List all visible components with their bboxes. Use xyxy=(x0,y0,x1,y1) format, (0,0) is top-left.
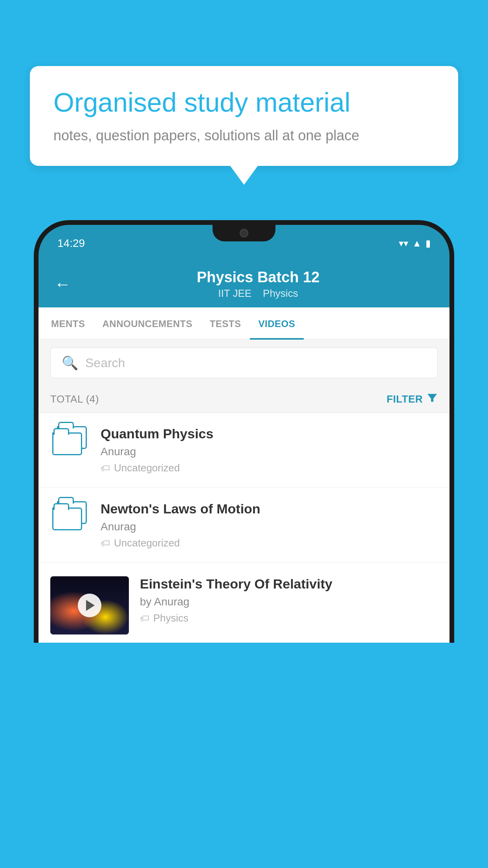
video-author-1: Anurag xyxy=(101,445,438,458)
search-box[interactable]: 🔍 Search xyxy=(50,348,438,378)
svg-marker-0 xyxy=(427,394,437,402)
filter-label: FILTER xyxy=(387,393,423,405)
video-title-2: Newton's Laws of Motion xyxy=(101,501,438,517)
video-thumbnail-3 xyxy=(50,576,129,634)
tab-tests[interactable]: TESTS xyxy=(201,307,250,339)
speech-bubble-subtext: notes, question papers, solutions all at… xyxy=(53,127,435,144)
video-tag-label-1: Uncategorized xyxy=(114,462,180,474)
video-list: Quantum Physics Anurag 🏷 Uncategorized xyxy=(39,413,449,643)
video-thumb-1 xyxy=(50,426,90,458)
folder-icon-1 xyxy=(52,426,88,458)
video-tag-label-2: Uncategorized xyxy=(114,537,180,549)
video-info-3: Einstein's Theory Of Relativity by Anura… xyxy=(140,576,438,624)
search-icon: 🔍 xyxy=(62,355,78,371)
video-tag-label-3: Physics xyxy=(153,612,189,624)
back-button[interactable]: ← xyxy=(54,275,71,294)
video-author-3: by Anurag xyxy=(140,596,438,608)
battery-icon: ▮ xyxy=(426,238,431,249)
tag-icon-1: 🏷 xyxy=(101,463,110,474)
header-subtitle-iitjee: IIT JEE xyxy=(218,287,251,299)
total-count: TOTAL (4) xyxy=(50,393,99,405)
phone-outer: 14:29 ▾▾ ▲ ▮ ← Physics Batch 12 IIT JEE xyxy=(34,220,454,643)
header-title-area: Physics Batch 12 IIT JEE Physics xyxy=(83,269,434,300)
filter-row: TOTAL (4) FILTER xyxy=(39,386,449,413)
camera-icon xyxy=(240,229,248,237)
search-container: 🔍 Search xyxy=(39,340,449,386)
phone-screen: ← Physics Batch 12 IIT JEE Physics MENTS… xyxy=(39,259,449,643)
play-button-3[interactable] xyxy=(78,594,101,617)
tag-icon-2: 🏷 xyxy=(101,538,110,549)
video-item[interactable]: Quantum Physics Anurag 🏷 Uncategorized xyxy=(39,413,449,488)
tag-icon-3: 🏷 xyxy=(140,613,149,624)
status-time: 14:29 xyxy=(57,237,85,250)
video-info-1: Quantum Physics Anurag 🏷 Uncategorized xyxy=(101,426,438,474)
filter-button[interactable]: FILTER xyxy=(387,392,438,406)
video-item[interactable]: Newton's Laws of Motion Anurag 🏷 Uncateg… xyxy=(39,488,449,563)
wifi-icon: ▾▾ xyxy=(399,238,408,249)
header-title: Physics Batch 12 xyxy=(83,269,434,286)
phone-frame: 14:29 ▾▾ ▲ ▮ ← Physics Batch 12 IIT JEE xyxy=(34,220,454,868)
filter-icon xyxy=(427,392,438,403)
video-info-2: Newton's Laws of Motion Anurag 🏷 Uncateg… xyxy=(101,501,438,549)
video-item[interactable]: Einstein's Theory Of Relativity by Anura… xyxy=(39,563,449,643)
video-title-1: Quantum Physics xyxy=(101,426,438,441)
header-subtitle: IIT JEE Physics xyxy=(83,287,434,300)
signal-icon: ▲ xyxy=(412,238,422,249)
header-subtitle-physics: Physics xyxy=(263,287,298,299)
status-bar: 14:29 ▾▾ ▲ ▮ xyxy=(39,225,449,259)
status-icons: ▾▾ ▲ ▮ xyxy=(399,238,431,249)
video-title-3: Einstein's Theory Of Relativity xyxy=(140,576,438,592)
tab-videos[interactable]: VIDEOS xyxy=(250,307,304,339)
tab-ments[interactable]: MENTS xyxy=(42,307,94,339)
video-author-2: Anurag xyxy=(101,520,438,533)
tabs-bar: MENTS ANNOUNCEMENTS TESTS VIDEOS xyxy=(39,307,449,340)
play-triangle-icon xyxy=(86,600,95,611)
video-tag-2: 🏷 Uncategorized xyxy=(101,537,438,549)
tab-announcements[interactable]: ANNOUNCEMENTS xyxy=(94,307,201,339)
speech-bubble-heading: Organised study material xyxy=(53,86,435,119)
video-tag-3: 🏷 Physics xyxy=(140,612,438,624)
video-tag-1: 🏷 Uncategorized xyxy=(101,462,438,474)
video-thumb-2 xyxy=(50,501,90,533)
app-header: ← Physics Batch 12 IIT JEE Physics xyxy=(39,259,449,307)
phone-notch xyxy=(213,225,275,241)
folder-icon-2 xyxy=(52,501,88,533)
speech-bubble-card: Organised study material notes, question… xyxy=(30,66,458,166)
search-placeholder: Search xyxy=(85,356,125,370)
